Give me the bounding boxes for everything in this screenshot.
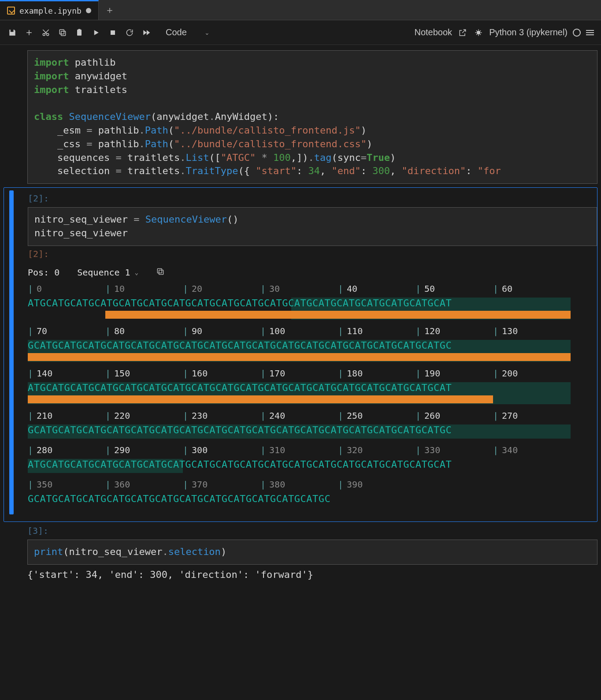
ruler-tick: |70 xyxy=(28,327,47,335)
ruler-tick: |220 xyxy=(105,411,130,420)
svg-rect-8 xyxy=(159,270,163,274)
run-all-button[interactable] xyxy=(141,27,152,38)
ruler-tick: |380 xyxy=(260,480,285,489)
ruler-tick: |20 xyxy=(183,284,202,293)
tab-bar: example.ipynb ＋ xyxy=(0,0,601,20)
restart-button[interactable] xyxy=(124,27,135,38)
ruler-tick: |130 xyxy=(493,327,518,335)
chevron-down-icon: ⌄ xyxy=(204,29,210,36)
code-input[interactable]: print(nitro_seq_viewer.selection) xyxy=(27,540,597,565)
notebook-toolbar: Code ⌄ Notebook Python 3 (ipykernel) xyxy=(0,20,601,45)
sequence-text[interactable]: ATGCATGCATGCATGCATGCATGCATGCATGCATGCATGC… xyxy=(28,298,452,308)
ruler-tick: |50 xyxy=(416,284,435,293)
ruler-tick: |270 xyxy=(493,411,518,420)
svg-rect-3 xyxy=(59,30,64,34)
ruler-tick: |370 xyxy=(183,480,208,489)
ruler-tick: |150 xyxy=(105,369,130,378)
tab-filename: example.ipynb xyxy=(19,6,82,15)
feature-bar[interactable] xyxy=(105,311,571,319)
ruler-tick: |210 xyxy=(28,411,52,420)
output-text: {'start': 34, 'end': 300, 'direction': '… xyxy=(27,565,597,580)
new-tab-button[interactable]: ＋ xyxy=(99,4,121,17)
ruler-tick: |260 xyxy=(416,411,440,420)
stop-button[interactable] xyxy=(108,27,118,38)
sequence-text[interactable]: GCATGCATGCATGCATGCATGCATGCATGCATGCATGCAT… xyxy=(28,494,330,504)
save-button[interactable] xyxy=(7,27,18,38)
notebook-trusted-label: Notebook xyxy=(415,27,453,37)
feature-bar[interactable] xyxy=(28,353,571,361)
ruler-tick: |330 xyxy=(416,446,440,454)
notebook-icon xyxy=(7,7,15,15)
sequence-text[interactable]: ATGCATGCATGCATGCATGCATGCATGCATGCATGCATGC… xyxy=(28,383,452,393)
ruler-tick: |30 xyxy=(260,284,280,293)
svg-rect-4 xyxy=(77,30,82,35)
unsaved-indicator-icon xyxy=(86,8,91,13)
ruler-tick: |320 xyxy=(338,446,363,454)
code-input[interactable]: import pathlib import anywidget import t… xyxy=(27,50,597,184)
cell-type-select[interactable]: Code ⌄ xyxy=(160,26,215,39)
feature-bar[interactable] xyxy=(28,395,493,403)
sequence-select[interactable]: Sequence 1 ⌄ xyxy=(77,267,138,278)
sequence-text[interactable]: ATGCATGCATGCATGCATGCATGCATGCATGCATGCATGC… xyxy=(28,460,452,469)
code-input[interactable]: nitro_seq_viewer = SequenceViewer() nitr… xyxy=(28,207,597,246)
cell-type-label: Code xyxy=(166,27,187,37)
svg-rect-2 xyxy=(61,31,66,35)
ruler-tick: |310 xyxy=(260,446,285,454)
ruler-tick: |250 xyxy=(338,411,363,420)
menu-button[interactable] xyxy=(586,30,594,35)
ruler-tick: |340 xyxy=(493,446,518,454)
chevron-down-icon: ⌄ xyxy=(135,269,138,276)
sequence-canvas[interactable]: |0|10|20|30|40|50|60ATGCATGCATGCATGCATGC… xyxy=(28,284,597,506)
ruler-tick: |160 xyxy=(183,369,208,378)
ruler-tick: |60 xyxy=(493,284,512,293)
insert-cell-button[interactable] xyxy=(24,27,34,38)
svg-point-7 xyxy=(477,30,480,34)
kernel-status-icon[interactable] xyxy=(573,29,581,37)
notebook-body: import pathlib import anywidget import t… xyxy=(0,45,601,589)
sequence-text[interactable]: GCATGCATGCATGCATGCATGCATGCATGCATGCATGCAT… xyxy=(28,341,452,350)
sequence-select-label: Sequence 1 xyxy=(77,267,130,278)
ruler-tick: |180 xyxy=(338,369,363,378)
sequence-viewer-widget: Pos: 0 Sequence 1 ⌄ |0|10|20|30|40|50|60… xyxy=(28,264,597,506)
ruler-tick: |10 xyxy=(105,284,125,293)
ruler-tick: |360 xyxy=(105,480,130,489)
ruler-tick: |190 xyxy=(416,369,440,378)
copy-sequence-button[interactable] xyxy=(156,267,165,278)
svg-rect-6 xyxy=(111,30,115,35)
output-prompt: [2]: xyxy=(28,249,597,259)
ruler-tick: |390 xyxy=(338,480,363,489)
kernel-name[interactable]: Python 3 (ipykernel) xyxy=(489,27,568,37)
ruler-tick: |110 xyxy=(338,327,363,335)
ruler-tick: |280 xyxy=(28,446,52,454)
tab-example-ipynb[interactable]: example.ipynb xyxy=(0,0,99,20)
svg-rect-5 xyxy=(78,29,81,30)
cell-2[interactable]: [2]: nitro_seq_viewer = SequenceViewer()… xyxy=(4,187,597,522)
ruler-tick: |290 xyxy=(105,446,130,454)
position-label: Pos: 0 xyxy=(28,267,59,278)
ruler-tick: |230 xyxy=(183,411,208,420)
sequence-text[interactable]: GCATGCATGCATGCATGCATGCATGCATGCATGCATGCAT… xyxy=(28,425,452,435)
cell-1[interactable]: import pathlib import anywidget import t… xyxy=(4,50,597,184)
ruler-tick: |40 xyxy=(338,284,357,293)
ruler-tick: |200 xyxy=(493,369,518,378)
ruler-tick: |90 xyxy=(183,327,202,335)
execution-indicator xyxy=(9,190,14,514)
ruler-tick: |120 xyxy=(416,327,440,335)
ruler-tick: |300 xyxy=(183,446,208,454)
ruler-tick: |100 xyxy=(260,327,285,335)
ruler-tick: |0 xyxy=(28,284,42,293)
ruler-tick: |140 xyxy=(28,369,52,378)
cell-3[interactable]: [3]: print(nitro_seq_viewer.selection) {… xyxy=(4,525,597,580)
copy-button[interactable] xyxy=(57,27,68,38)
ruler-tick: |80 xyxy=(105,327,125,335)
kernel-bug-icon[interactable] xyxy=(473,27,484,38)
paste-button[interactable] xyxy=(74,27,85,38)
run-button[interactable] xyxy=(91,27,101,38)
cut-button[interactable] xyxy=(41,27,51,38)
open-external-icon[interactable] xyxy=(457,27,468,38)
input-prompt: [3]: xyxy=(27,525,597,536)
ruler-tick: |170 xyxy=(260,369,285,378)
svg-rect-9 xyxy=(157,268,162,273)
ruler-tick: |350 xyxy=(28,480,52,489)
ruler-tick: |240 xyxy=(260,411,285,420)
